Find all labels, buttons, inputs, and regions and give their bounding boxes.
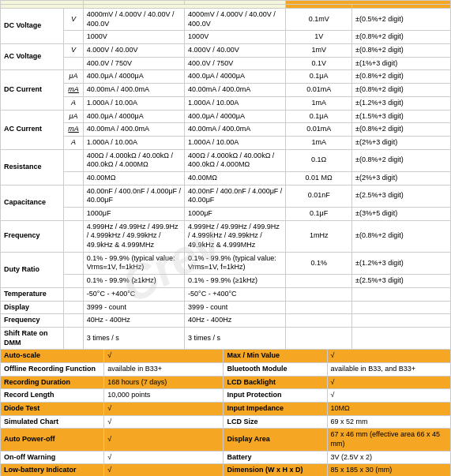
accuracy-value: ±(0.8%+2 digit) [352,220,451,252]
resolution-value: 0.01mA [286,123,352,137]
unit-cell [64,57,84,70]
table-row: AC VoltageV4.000V / 40.00V4.000V / 40.00… [1,44,451,58]
resolution-value: 1mA [286,136,352,149]
d33-value: 400.0μA / 4000μA [83,70,184,84]
bottom-right-label: Display Area [224,429,327,451]
b33-value: 40Hz - 400Hz [185,314,286,328]
b33-value: 40.00mA / 400.0mA [185,84,286,97]
resolution-value: 1mA [286,96,352,110]
resolution-value [286,301,352,314]
unit-cell: mA [64,84,84,97]
row-label: Frequency [1,220,64,252]
bottom-left-value: √ [104,403,224,416]
accuracy-value: ±(1.2%+3 digit) [352,252,451,274]
row-label: AC Voltage [1,44,64,70]
bottom-right-value: 85 x 185 x 30 (mm) [327,464,450,476]
resolution-value: 0.1mV [286,9,352,31]
resolution-value: 0.1μF [286,208,352,221]
d33-value: 4.999Hz / 49.99Hz / 499.9Hz / 4.999kHz /… [83,220,184,252]
unit-cell [64,31,84,44]
table-row: 1000V1000V1V±(0.8%+2 digit) [1,31,451,44]
b33-value: 40.00mA / 400.0mA [185,123,286,137]
bottom-left-value: √ [104,464,224,476]
accuracy-value: ±(0.8%+2 digit) [352,149,451,171]
bottom-right-label: Battery [224,451,327,464]
bottom-right-value: 3V (2.5V x 2) [327,451,450,464]
accuracy-value: ±(1.5%+3 digit) [352,110,451,123]
bottom-left-label: Diode Test [1,403,104,416]
table-row: Capacitance40.00nF / 400.0nF / 4.000μF /… [1,185,451,207]
accuracy-value: ±(3%+5 digit) [352,208,451,221]
d33-value: 40Hz - 400Hz [83,314,184,328]
b33-value: 3999 - count [185,301,286,314]
bottom-right-value: √ [327,376,450,389]
d33-value: 0.1% - 99.9% (typical value: Vrms=1V, f=… [83,252,184,274]
accuracy-value: ±(0.8%+2 digit) [352,84,451,97]
row-label: Capacitance [1,185,64,220]
table-row: Frequency4.999Hz / 49.99Hz / 499.9Hz / 4… [1,220,451,252]
bottom-right-label: Input Protection [224,389,327,403]
bottom-left-value: 168 hours (7 days) [104,376,224,389]
table-row: 40.00MΩ40.00MΩ0.01 MΩ±(2%+3 digit) [1,171,451,185]
b33-value: 3 times / s [185,327,286,349]
resolution-value: 0.1V [286,57,352,70]
accuracy-value: ±(0.8%+2 digit) [352,70,451,84]
b33-value: 40.00nF / 400.0nF / 4.000μF / 40.00μF [185,185,286,207]
accuracy-value: ±(0.8%+2 digit) [352,123,451,137]
d33-value: 3 times / s [83,327,184,349]
bottom-right-value: √ [327,350,450,363]
d33-value: 40.00mA / 400.0mA [83,123,184,137]
resolution-value: 0.1μA [286,70,352,84]
unit-cell [64,149,84,171]
table-row: A1.000A / 10.00A1.000A / 10.00A1mA±(1.2%… [1,96,451,110]
bottom-right-label: Max / Min Value [224,350,327,363]
accuracy-value: ±(0.8%+2 digit) [352,44,451,58]
b33-value: 0.1% - 99.9% (typical value: Vrms=1V, f=… [185,252,286,274]
row-label: Temperature [1,287,64,301]
bottom-row: On-off Warning√Battery3V (2.5V x 2) [1,451,451,464]
table-row: DC CurrentμA400.0μA / 4000μA400.0μA / 40… [1,70,451,84]
unit-cell: μA [64,110,84,123]
bottom-left-label: Low-battery Indicator [1,464,104,476]
b33-value: 400.0μA / 4000μA [185,70,286,84]
bottom-left-label: Auto Power-off [1,429,104,451]
row-label: Resistance [1,149,64,185]
d33-value: 40.00nF / 400.0nF / 4.000μF / 40.00μF [83,185,184,207]
b33-value: 400Ω / 4.000kΩ / 40.00kΩ / 400.0kΩ / 4.0… [185,149,286,171]
bottom-row: Offline Recording Functionavailable in B… [1,362,451,376]
bottom-row: Low-battery Indicator√Dimension (W x H x… [1,464,451,476]
unit-cell [64,185,84,207]
unit-cell [64,287,84,301]
bottom-right-label: LCD Size [224,415,327,429]
bottom-left-label: Auto-scale [1,350,104,363]
resolution-value [286,275,352,288]
bottom-right-label: Input Impedance [224,403,327,416]
accuracy-value: ±(2.5%+3 digit) [352,275,451,288]
b33-value: 1000μF [185,208,286,221]
unit-cell [64,252,84,274]
d33-value: 3999 - count [83,301,184,314]
resolution-value: 1V [286,31,352,44]
bottom-left-label: On-off Warning [1,451,104,464]
b33-value: 4000mV / 4.000V / 40.00V / 400.0V [185,9,286,31]
table-row: DC VoltageV4000mV / 4.000V / 40.00V / 40… [1,9,451,31]
bottom-right-label: Bluetooth Module [224,362,327,376]
bottom-left-label: Offline Recording Function [1,362,104,376]
resolution-value [286,327,352,349]
bottom-row: Simulated Chart√LCD Size69 x 52 mm [1,415,451,429]
bottom-left-value: √ [104,451,224,464]
bottom-left-label: Record Length [1,389,104,403]
resolution-value: 0.1μA [286,110,352,123]
bottom-row: Auto Power-off√Display Area67 x 46 mm (e… [1,429,451,451]
accuracy-value: ±(2%+3 digit) [352,136,451,149]
resolution-value: 0.01nF [286,185,352,207]
unit-cell: mA [64,123,84,137]
accuracy-value: ±(0.5%+2 digit) [352,9,451,31]
d33-value: 1000V [83,31,184,44]
row-label: Shift Rate on DMM [1,327,64,349]
bottom-right-value: 69 x 52 mm [327,415,450,429]
unit-cell [64,301,84,314]
bottom-right-value: available in B33, and B33+ [327,362,450,376]
table-row: mA40.00mA / 400.0mA40.00mA / 400.0mA0.01… [1,84,451,97]
bottom-row: Auto-scale√Max / Min Value√ [1,350,451,363]
